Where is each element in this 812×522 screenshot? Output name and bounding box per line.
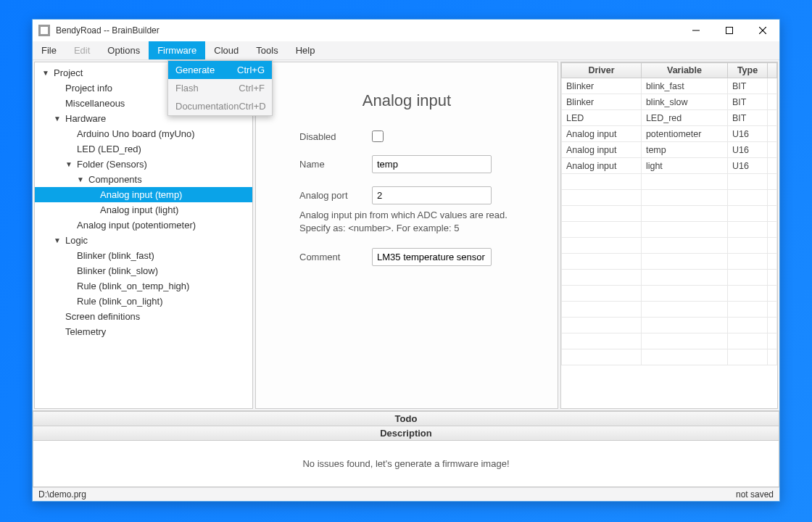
tree-toggle-icon[interactable]: ▼ (41, 69, 51, 77)
var-col-type[interactable]: Type (728, 63, 768, 78)
comment-label: Comment (299, 252, 372, 262)
tree-item-label: Analog input (temp) (100, 189, 182, 200)
table-row-empty (562, 190, 777, 206)
todo-header: Todo (33, 411, 779, 426)
comment-field[interactable] (372, 248, 492, 266)
tree-item[interactable]: ▼LED (LED_red) (35, 141, 252, 157)
maximize-button[interactable] (713, 20, 746, 41)
table-row[interactable]: LEDLED_redBIT (562, 110, 777, 126)
description-header: Description (33, 426, 779, 441)
port-field[interactable] (372, 186, 492, 204)
table-row[interactable]: Blinkerblink_fastBIT (562, 78, 777, 94)
table-row-empty (562, 302, 777, 318)
tree-item-label: Analog input (light) (100, 204, 178, 215)
menu-file[interactable]: File (33, 41, 65, 59)
maximize-icon (726, 27, 733, 34)
variables-pane: DriverVariableTypeBlinkerblink_fastBITBl… (560, 62, 778, 409)
firmware-dropdown: GenerateCtrl+GFlashCtrl+FDocumentationCt… (167, 60, 273, 116)
disabled-label: Disabled (299, 131, 372, 142)
table-row-empty (562, 254, 777, 270)
var-col-variable[interactable]: Variable (641, 63, 727, 78)
table-row-empty (562, 349, 777, 365)
tree-item[interactable]: ▼Blinker (blink_slow) (35, 263, 252, 278)
tree-item[interactable]: ▼Folder (Sensors) (35, 157, 252, 172)
menu-options[interactable]: Options (99, 41, 149, 59)
tree-toggle-icon[interactable]: ▼ (52, 236, 62, 244)
tree-toggle-icon[interactable]: ▼ (64, 160, 74, 168)
minimize-button[interactable] (679, 20, 713, 41)
svg-rect-1 (726, 28, 733, 34)
tree-item[interactable]: ▼Screen definitions (35, 309, 252, 324)
menu-edit: Edit (65, 41, 99, 59)
tree-item-label: LED (LED_red) (77, 144, 141, 154)
issues-message: No issues found, let's generate a firmwa… (33, 441, 779, 487)
minimize-icon (692, 27, 700, 34)
tree-item[interactable]: ▼Components (35, 172, 252, 187)
table-row[interactable]: Analog inputtempU16 (562, 142, 777, 158)
tree-item-label: Logic (65, 235, 88, 246)
tree-item-label: Miscellaneous (65, 98, 125, 109)
tree-item-label: Screen definitions (65, 311, 140, 322)
port-help-text: Analog input pin from which ADC values a… (299, 209, 514, 235)
tree-item[interactable]: ▼Rule (blink_on_light) (35, 294, 252, 309)
menu-help[interactable]: Help (287, 41, 324, 59)
table-row-empty (562, 286, 777, 302)
bottom-panel: Todo Description No issues found, let's … (33, 410, 779, 487)
tree-item-label: Telemetry (65, 326, 106, 337)
tree-item[interactable]: ▼Blinker (blink_fast) (35, 248, 252, 263)
firmware-menu-generate[interactable]: GenerateCtrl+G (168, 61, 272, 79)
firmware-menu-flash[interactable]: FlashCtrl+F (168, 79, 272, 97)
var-col-driver[interactable]: Driver (562, 63, 642, 78)
tree-item-label: Hardware (65, 113, 106, 124)
close-icon (759, 27, 766, 34)
tree-item-label: Project (54, 67, 83, 78)
table-row[interactable]: Analog inputpotentiometerU16 (562, 126, 777, 142)
close-button[interactable] (746, 20, 779, 41)
tree-toggle-icon[interactable]: ▼ (75, 175, 86, 183)
tree-item-label: Rule (blink_on_temp_high) (77, 281, 189, 291)
tree-item-label: Folder (Sensors) (77, 159, 147, 170)
window-title: BendyRoad -- BrainBuilder (56, 25, 160, 36)
tree-item[interactable]: ▼Rule (blink_on_temp_high) (35, 278, 252, 294)
table-row-empty (562, 238, 777, 254)
table-row-empty (562, 318, 777, 334)
name-label: Name (299, 159, 372, 170)
tree-item-label: Arduino Uno board (myUno) (77, 128, 195, 139)
menu-firmware[interactable]: Firmware (149, 41, 205, 59)
table-row-empty (562, 222, 777, 238)
tree-item-label: Blinker (blink_fast) (77, 250, 154, 261)
menu-tools[interactable]: Tools (247, 41, 286, 59)
main-area: ▼Project▼Project info▼Miscellaneous▼Hard… (33, 60, 779, 487)
tree-item[interactable]: ▼Analog input (potentiometer) (35, 218, 252, 233)
app-icon (38, 25, 50, 36)
name-field[interactable] (372, 155, 492, 173)
var-col-spacer (768, 63, 777, 78)
editor-pane: Analog input Disabled Name Analog port A… (255, 62, 558, 409)
app-window: BendyRoad -- BrainBuilder FileEditOption… (32, 19, 780, 502)
menu-cloud[interactable]: Cloud (205, 41, 247, 59)
tree-item-label: Project info (65, 83, 112, 94)
tree-item[interactable]: ▼Analog input (light) (35, 202, 252, 218)
table-row-empty (562, 334, 777, 349)
tree-item-label: Rule (blink_on_light) (77, 296, 163, 307)
tree-item-label: Components (88, 174, 142, 185)
table-row-empty (562, 174, 777, 190)
firmware-menu-documentation[interactable]: DocumentationCtrl+D (168, 97, 272, 115)
statusbar-path: D:\demo.prg (38, 489, 86, 500)
menubar: FileEditOptionsFirmwareCloudToolsHelpGen… (33, 41, 779, 60)
table-row-empty (562, 270, 777, 286)
tree-item-label: Blinker (blink_slow) (77, 265, 158, 276)
tree-item[interactable]: ▼Telemetry (35, 324, 252, 339)
variables-table: DriverVariableTypeBlinkerblink_fastBITBl… (561, 62, 777, 365)
tree-item[interactable]: ▼Arduino Uno board (myUno) (35, 126, 252, 141)
titlebar: BendyRoad -- BrainBuilder (33, 20, 779, 41)
table-row[interactable]: Blinkerblink_slowBIT (562, 94, 777, 110)
tree-item-label: Analog input (potentiometer) (77, 220, 196, 231)
table-row[interactable]: Analog inputlightU16 (562, 158, 777, 174)
port-label: Analog port (299, 190, 372, 201)
statusbar-state: not saved (736, 489, 774, 500)
disabled-checkbox[interactable] (372, 130, 384, 142)
tree-item[interactable]: ▼Analog input (temp) (35, 187, 252, 202)
tree-item[interactable]: ▼Logic (35, 233, 252, 248)
tree-toggle-icon[interactable]: ▼ (52, 115, 62, 123)
